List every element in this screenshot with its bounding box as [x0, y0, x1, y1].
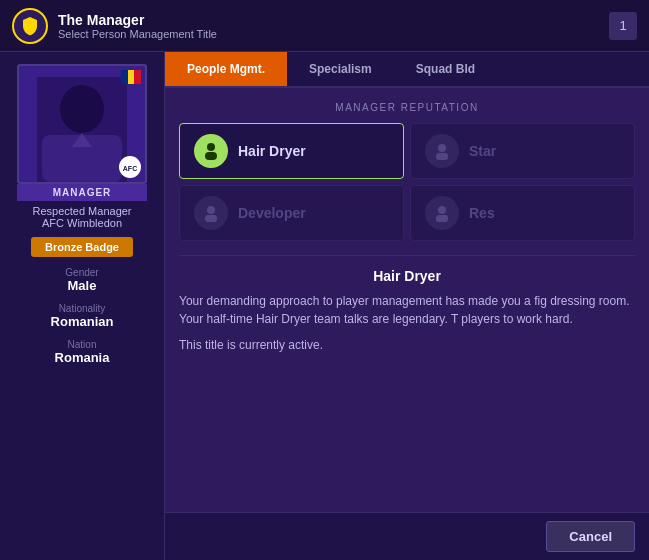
res-shape-icon: [432, 203, 452, 223]
manager-role-label: MANAGER: [17, 184, 147, 201]
svg-point-1: [60, 85, 104, 133]
hair-dryer-label: Hair Dryer: [238, 143, 306, 159]
manager-title: Respected Manager: [32, 205, 131, 217]
flag-blue: [121, 70, 128, 84]
svg-text:AFC: AFC: [123, 165, 137, 172]
rep-item-star[interactable]: Star: [410, 123, 635, 179]
left-panel: AFC MANAGER Respected Manager AFC Wimble…: [0, 52, 165, 560]
svg-rect-11: [205, 215, 217, 222]
svg-rect-13: [436, 215, 448, 222]
section-label: MANAGER REPUTATION: [179, 102, 635, 113]
svg-rect-9: [436, 153, 448, 160]
cancel-button[interactable]: Cancel: [546, 521, 635, 552]
flag-yellow: [128, 70, 135, 84]
gender-value: Male: [65, 278, 98, 293]
footer: Cancel: [165, 512, 649, 560]
flag-red: [134, 70, 141, 84]
description-title: Hair Dryer: [179, 268, 635, 284]
avatar-frame: AFC: [17, 64, 147, 184]
hair-dryer-icon: [194, 134, 228, 168]
svg-point-8: [438, 144, 446, 152]
badge-button[interactable]: Bronze Badge: [31, 237, 133, 257]
nationality-row: Nationality Romanian: [51, 303, 114, 329]
rep-item-developer[interactable]: Developer: [179, 185, 404, 241]
developer-label: Developer: [238, 205, 306, 221]
tabs-row: People Mgmt. Specialism Squad Bld: [165, 52, 649, 88]
header-text: The Manager Select Person Management Tit…: [58, 12, 609, 40]
description-section: Hair Dryer Your demanding approach to pl…: [179, 255, 635, 352]
svg-rect-7: [205, 152, 217, 160]
tab-squad-bld[interactable]: Squad Bld: [394, 52, 497, 86]
nation-label: Nation: [55, 339, 110, 350]
header-title: The Manager: [58, 12, 609, 28]
description-text: Your demanding approach to player manage…: [179, 292, 635, 328]
right-panel: People Mgmt. Specialism Squad Bld MANAGE…: [165, 52, 649, 560]
header: The Manager Select Person Management Tit…: [0, 0, 649, 52]
person-icon: [201, 141, 221, 161]
content-area: MANAGER REPUTATION Hair Dryer: [165, 88, 649, 512]
svg-point-10: [207, 206, 215, 214]
nation-value: Romania: [55, 350, 110, 365]
nationality-value: Romanian: [51, 314, 114, 329]
shield-icon: [20, 16, 40, 36]
gender-label: Gender: [65, 267, 98, 278]
main-layout: AFC MANAGER Respected Manager AFC Wimble…: [0, 52, 649, 560]
manager-club: AFC Wimbledon: [42, 217, 122, 229]
res-icon: [425, 196, 459, 230]
res-label: Res: [469, 205, 495, 221]
reputation-grid: Hair Dryer Star: [179, 123, 635, 241]
description-active: This title is currently active.: [179, 338, 635, 352]
developer-icon: [194, 196, 228, 230]
avatar-silhouette: [37, 77, 127, 182]
star-shape-icon: [432, 141, 452, 161]
svg-point-6: [207, 143, 215, 151]
club-badge: AFC: [119, 156, 141, 178]
svg-point-12: [438, 206, 446, 214]
star-label: Star: [469, 143, 496, 159]
tab-specialism[interactable]: Specialism: [287, 52, 394, 86]
rep-item-res[interactable]: Res: [410, 185, 635, 241]
close-button[interactable]: 1: [609, 12, 637, 40]
app-logo: [12, 8, 48, 44]
header-subtitle: Select Person Management Title: [58, 28, 609, 40]
nationality-label: Nationality: [51, 303, 114, 314]
nationality-flag: [121, 70, 141, 84]
club-badge-icon: AFC: [119, 156, 141, 178]
star-icon: [425, 134, 459, 168]
nation-row: Nation Romania: [55, 339, 110, 365]
tab-people-mgmt[interactable]: People Mgmt.: [165, 52, 287, 86]
rep-item-hair-dryer[interactable]: Hair Dryer: [179, 123, 404, 179]
developer-shape-icon: [201, 203, 221, 223]
gender-row: Gender Male: [65, 267, 98, 293]
